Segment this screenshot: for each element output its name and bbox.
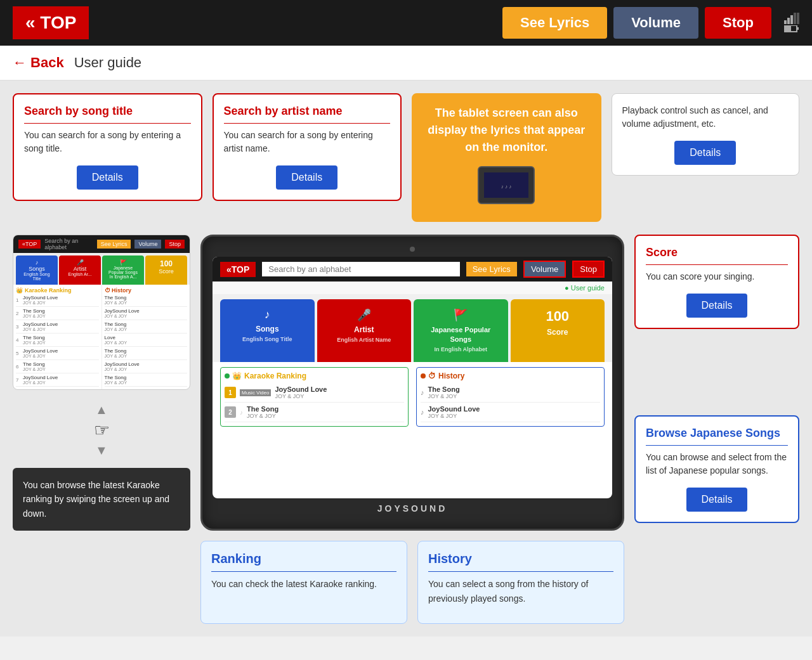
mini-header: «TOP Search by an alphabet See Lyrics Vo… bbox=[13, 235, 190, 253]
tablet-volume-label: Volume bbox=[531, 264, 558, 274]
playback-details-label: Details bbox=[690, 147, 721, 158]
history-card-text: You can select a song from the history o… bbox=[428, 577, 613, 605]
tablet-ranking-item-2[interactable]: 2 ♪ The Song JOY & JOY bbox=[225, 403, 404, 422]
history-bullet: ♪ bbox=[421, 408, 424, 416]
tablet-ranking-item-1[interactable]: 1 Music Video JoySound Love JOY & JOY bbox=[225, 383, 404, 403]
tablet-tab-japanese[interactable]: 🚩 Japanese Popular Songs In English Alph… bbox=[414, 299, 508, 362]
mini-volume-btn[interactable]: Volume bbox=[134, 240, 161, 249]
rank-2-song-info: The Song JOY & JOY bbox=[247, 405, 278, 419]
browse-card: Browse Japanese Songs You can browse and… bbox=[634, 415, 799, 523]
swipe-info-text: You can browse the latest Karaoke rankin… bbox=[23, 480, 169, 519]
tablet-brand-text: JOYSOUND bbox=[377, 503, 448, 514]
artist-tab-sublabel: English Artist Name bbox=[337, 337, 391, 343]
back-link[interactable]: ← Back bbox=[13, 55, 64, 71]
score-details-button[interactable]: Details bbox=[686, 294, 748, 318]
mini-ranking-item: 2 The SongJOY & JOY bbox=[16, 307, 99, 320]
stop-button[interactable]: Stop bbox=[705, 7, 771, 39]
history-card-title: History bbox=[428, 552, 613, 572]
stop-label: Stop bbox=[723, 15, 754, 30]
signal-icon bbox=[784, 13, 799, 33]
top-button[interactable]: « TOP bbox=[13, 6, 89, 39]
svg-rect-1 bbox=[787, 18, 790, 24]
history-title-text: History bbox=[438, 372, 464, 380]
browse-details-label: Details bbox=[702, 494, 733, 505]
mini-history-item: LoveJOY & JOY bbox=[105, 333, 188, 347]
rank-1-song-info: JoySound Love JOY & JOY bbox=[275, 385, 327, 399]
tablet-ranking-title: 👑 Karaoke Ranking bbox=[225, 372, 404, 380]
mini-ranking: 👑 Karaoke Ranking 1 JoySound LoveJOY & J… bbox=[13, 285, 102, 389]
right-cards: Score You can score your singing. Detail… bbox=[634, 235, 799, 531]
history-card: History You can select a song from the h… bbox=[417, 541, 624, 624]
songs-tab-label: Songs bbox=[256, 325, 279, 333]
ranking-dot bbox=[225, 373, 230, 379]
ranking-card-text: You can check the latest Karaoke ranking… bbox=[211, 577, 396, 591]
volume-button[interactable]: Volume bbox=[613, 7, 698, 39]
tablet-user-guide: ● User guide bbox=[565, 284, 605, 292]
tablet-stop-btn[interactable]: Stop bbox=[572, 261, 605, 278]
songs-tab-sublabel: English Song Title bbox=[242, 336, 292, 342]
tablet-see-lyrics-btn[interactable]: See Lyrics bbox=[466, 262, 517, 276]
ranking-card: Ranking You can check the latest Karaoke… bbox=[200, 541, 407, 624]
mini-history-item: JoySound LoveJOY & JOY bbox=[105, 360, 188, 373]
tablet-top-label: «TOP bbox=[226, 264, 249, 275]
tablet-history-item-1[interactable]: ♪ The Song JOY & JOY bbox=[421, 383, 600, 403]
tablet-top-btn[interactable]: «TOP bbox=[220, 262, 256, 277]
tablet-volume-btn[interactable]: Volume bbox=[523, 261, 566, 278]
swipe-indicator: ▲ ☞ ▼ bbox=[13, 398, 190, 463]
mini-tab-score[interactable]: 100Score bbox=[145, 256, 187, 285]
browse-details-button[interactable]: Details bbox=[686, 488, 748, 512]
score-icon: 100 bbox=[518, 308, 598, 325]
mini-screen: «TOP Search by an alphabet See Lyrics Vo… bbox=[13, 235, 190, 390]
tablet-tab-songs[interactable]: ♪ Songs English Song Title bbox=[220, 299, 315, 362]
japanese-icon: 🚩 bbox=[421, 308, 501, 322]
tablet-ranking-section: 👑 Karaoke Ranking 1 Music Video JoySound… bbox=[220, 367, 409, 427]
mini-tab-songs[interactable]: ♪SongsEnglish Song Title bbox=[16, 256, 58, 285]
tablet-mockup: «TOP See Lyrics Volume Stop ● User gui bbox=[200, 235, 624, 531]
lyrics-card-text: The tablet screen can also display the l… bbox=[423, 105, 590, 156]
mini-stop-btn[interactable]: Stop bbox=[165, 240, 185, 249]
mini-tab-artist[interactable]: 🎤ArtistEnglish Ar... bbox=[59, 256, 101, 285]
swipe-info-box: You can browse the latest Karaoke rankin… bbox=[13, 468, 190, 531]
mini-history-item: The SongJOY & JOY bbox=[105, 294, 188, 307]
score-card-title: Score bbox=[646, 246, 788, 265]
search-artist-card-title: Search by artist name bbox=[224, 105, 391, 124]
see-lyrics-button[interactable]: See Lyrics bbox=[502, 7, 607, 39]
score-details-label: Details bbox=[702, 300, 733, 311]
tablet-tab-artist[interactable]: 🎤 Artist English Artist Name bbox=[317, 299, 412, 362]
back-label: ← Back bbox=[13, 55, 64, 71]
bottom-cards-row: Ranking You can check the latest Karaoke… bbox=[13, 541, 799, 624]
search-song-card-text: You can search for a song by entering a … bbox=[24, 129, 191, 155]
page-title: User guide bbox=[74, 55, 141, 71]
history-bullet: ♪ bbox=[421, 389, 424, 396]
mini-see-lyrics-btn[interactable]: See Lyrics bbox=[97, 240, 131, 249]
tablet-screen-header: «TOP See Lyrics Volume Stop bbox=[213, 257, 612, 281]
mini-body: 👑 Karaoke Ranking 1 JoySound LoveJOY & J… bbox=[13, 285, 190, 389]
search-artist-card-text: You can search for a song by entering ar… bbox=[224, 129, 391, 155]
svg-rect-3 bbox=[794, 13, 796, 24]
tablet-tab-score[interactable]: 100 Score bbox=[511, 299, 605, 362]
playback-details-button[interactable]: Details bbox=[674, 141, 736, 165]
score-card-text: You can score your singing. bbox=[646, 270, 788, 283]
search-song-details-button[interactable]: Details bbox=[77, 165, 138, 190]
history-dot bbox=[421, 373, 426, 379]
volume-label: Volume bbox=[631, 15, 681, 30]
playback-card-text: Playback control such as cancel, and vol… bbox=[622, 104, 789, 131]
mini-ranking-item: 5 JoySound LoveJOY & JOY bbox=[16, 347, 99, 360]
mini-top-btn[interactable]: «TOP bbox=[18, 240, 41, 249]
mini-ranking-title: 👑 Karaoke Ranking bbox=[16, 287, 99, 294]
main-content: Search by song title You can search for … bbox=[0, 81, 812, 637]
tablet-bottom: 👑 Karaoke Ranking 1 Music Video JoySound… bbox=[213, 362, 612, 432]
mini-tab-japanese[interactable]: 🚩Japanese Popular SongsIn English A... bbox=[102, 256, 144, 285]
tablet-area: «TOP Search by an alphabet See Lyrics Vo… bbox=[13, 235, 799, 531]
ranking-card-title: Ranking bbox=[211, 552, 396, 572]
search-artist-details-button[interactable]: Details bbox=[276, 165, 337, 190]
japanese-tab-label: Japanese Popular Songs bbox=[431, 326, 490, 343]
svg-text:♪ ♪ ♪: ♪ ♪ ♪ bbox=[501, 184, 511, 190]
arrow-down-icon: ▼ bbox=[95, 443, 108, 458]
tablet-screen: «TOP See Lyrics Volume Stop ● User gui bbox=[213, 257, 612, 498]
tablet-search-input[interactable] bbox=[262, 262, 459, 276]
tablet-history-item-2[interactable]: ♪ JoySound Love JOY & JOY bbox=[421, 403, 600, 422]
mini-ranking-item: 4 The SongJOY & JOY bbox=[16, 333, 99, 347]
tablet-history-section: ⏱ History ♪ The Song JOY & JOY ♪ bbox=[416, 367, 605, 427]
score-card: Score You can score your singing. Detail… bbox=[634, 235, 799, 329]
